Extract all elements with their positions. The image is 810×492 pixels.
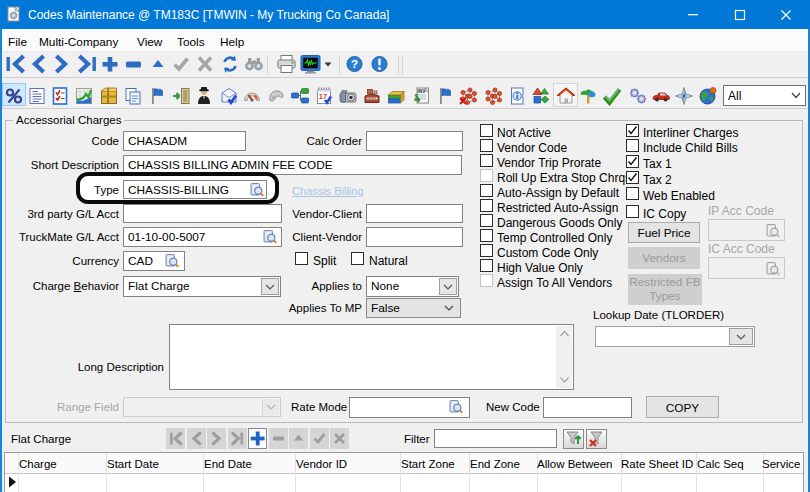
svg-text:?: ?: [351, 58, 358, 70]
svg-text:INV: INV: [418, 89, 427, 94]
